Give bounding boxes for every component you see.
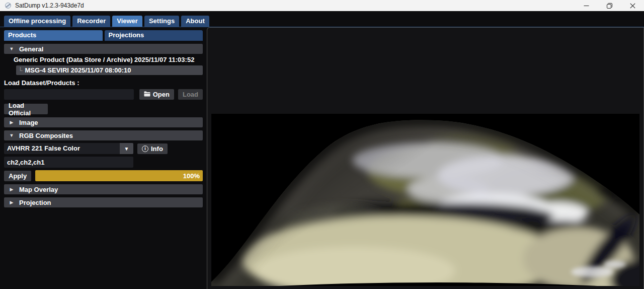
info-button[interactable]: i Info [137,143,168,154]
app-icon [5,2,12,9]
image-viewer-panel[interactable] [207,27,644,289]
chevron-right-icon: ▶ [4,187,19,192]
section-rgb-composites[interactable]: ▼ RGB Composites [4,130,203,140]
chevron-down-icon: ▼ [4,46,19,51]
tree-item-label: MSG-4 SEVIRI 2025/11/07 08:00:10 [25,66,131,74]
tree-branch-glyph: └ [18,67,23,74]
section-map-overlay-label: Map Overlay [19,186,58,193]
chevron-right-icon: ▶ [4,200,19,205]
section-image-label: Image [19,119,38,126]
channels-input[interactable] [4,157,133,168]
section-projection[interactable]: ▶ Projection [4,197,203,207]
dataset-path-input[interactable] [4,89,134,100]
progress-percent-label: 100% [183,172,200,180]
minimize-button[interactable] [575,0,598,11]
tree-item-msg4-seviri[interactable]: └ MSG-4 SEVIRI 2025/11/07 08:00:10 [16,65,203,75]
chevron-down-icon: ▼ [4,133,19,138]
tab-about[interactable]: About [181,16,209,27]
tab-products[interactable]: Products [4,30,103,41]
tab-viewer[interactable]: Viewer [112,16,142,27]
tab-projections[interactable]: Projections [105,30,203,41]
load-official-button[interactable]: Load Official [4,104,48,114]
section-general[interactable]: ▼ General [4,44,203,54]
section-projection-label: Projection [19,199,51,206]
info-icon: i [142,146,148,152]
section-map-overlay[interactable]: ▶ Map Overlay [4,184,203,194]
load-dataset-label: Load Dataset/Products : [4,79,203,87]
main-tab-bar: Offline processing Recorder Viewer Setti… [0,11,644,27]
section-general-label: General [19,45,43,53]
load-button[interactable]: Load [178,89,203,100]
open-button[interactable]: Open [139,89,174,100]
open-button-label: Open [153,91,170,98]
info-button-label: Info [151,145,163,153]
dropdown-arrow-icon: ▼ [120,143,133,154]
composite-preset-value: AVHRR 221 False Color [4,143,120,154]
section-image[interactable]: ▶ Image [4,117,203,127]
restore-button[interactable] [598,0,621,11]
composite-preset-dropdown[interactable]: AVHRR 221 False Color ▼ [4,143,133,154]
earth-disc-graphic [211,114,639,286]
folder-icon [144,91,150,98]
satellite-image-view[interactable] [211,114,639,286]
title-bar: SatDump v1.2.3-943de7d [0,0,644,11]
composite-progress-bar: 100% [35,170,203,181]
apply-button[interactable]: Apply [4,171,31,181]
section-rgb-label: RGB Composites [19,132,73,139]
chevron-right-icon: ▶ [4,120,19,125]
sidebar-tab-bar: Products Projections [4,30,203,41]
tab-offline-processing[interactable]: Offline processing [4,16,70,27]
tab-recorder[interactable]: Recorder [72,16,110,27]
close-button[interactable] [621,0,644,11]
tree-node-generic-product[interactable]: Generic Product (Data Store / Archive) 2… [4,55,203,64]
window-title: SatDump v1.2.3-943de7d [15,2,84,9]
tab-settings[interactable]: Settings [144,16,179,27]
viewer-sidebar: Products Projections ▼ General Generic P… [0,27,207,289]
